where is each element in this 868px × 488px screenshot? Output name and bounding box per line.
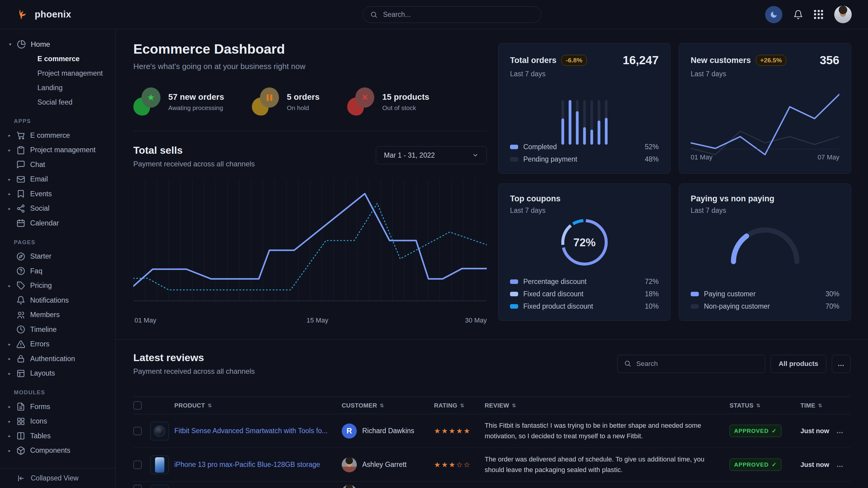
collapsed-view-toggle[interactable]: Collapsed View	[0, 468, 115, 488]
table-row[interactable]: Fitbit Sense Advanced Smartwatch with To…	[133, 414, 850, 448]
divider	[133, 131, 487, 131]
row-more-icon[interactable]: ...	[837, 461, 851, 469]
caret-right-icon: ▸	[8, 191, 16, 196]
sidebar-item[interactable]: ▸ Calendar	[0, 216, 115, 231]
top-navbar: phoenix	[0, 0, 868, 29]
sidebar-item-label: Faq	[30, 267, 42, 275]
table-row[interactable]: iPhone 13 pro max-Pacific Blue-128GB sto…	[133, 448, 850, 482]
review-time: Just now	[801, 427, 837, 435]
column-header-time[interactable]: TIME⇅	[801, 402, 837, 409]
moon-icon	[770, 10, 778, 19]
more-options-button[interactable]: ...	[832, 355, 850, 373]
customer-cell	[342, 485, 434, 488]
phoenix-logo-icon	[17, 8, 30, 21]
sidebar-item-label: Email	[30, 175, 48, 183]
user-avatar[interactable]	[834, 6, 852, 23]
caret-right-icon: ▸	[8, 148, 16, 153]
sidebar-item-label: Timeline	[30, 326, 57, 334]
top-coupons-card: Top coupons Last 7 days 72% Percentage d…	[498, 184, 671, 321]
brand-logo[interactable]: phoenix	[17, 8, 71, 21]
stat-new-orders: ★ 57 new orders Awating processing	[133, 88, 224, 116]
stat-value: 57 new orders	[168, 92, 224, 102]
sidebar-item[interactable]: ▸ Tables	[0, 429, 115, 444]
reviews-search-input[interactable]	[617, 355, 765, 373]
card-value: 16,247	[623, 54, 659, 67]
card-period: Last 7 days	[510, 206, 659, 215]
legend-swatch	[691, 292, 699, 296]
column-header-review[interactable]: REVIEW⇅	[485, 402, 730, 409]
table-row[interactable]: ✓	[133, 482, 850, 488]
sidebar-item[interactable]: ▸ Events	[0, 187, 115, 201]
global-search	[363, 6, 541, 23]
legend-row: Pending payment48%	[510, 153, 659, 165]
sidebar-item-label: Pricing	[30, 282, 52, 290]
sidebar-item-label: Notifications	[30, 296, 69, 304]
search-input[interactable]	[363, 6, 541, 23]
column-header-status[interactable]: STATUS⇅	[730, 402, 801, 409]
status-badge: APPROVED✓	[730, 425, 781, 437]
sidebar-section-apps: APPS ▸ E commerce ▸ Project management ▸…	[0, 118, 115, 231]
share-icon	[16, 204, 25, 213]
sidebar-item[interactable]: ▸ Forms	[0, 399, 115, 414]
sidebar-item-label: Home	[31, 40, 50, 48]
row-checkbox[interactable]	[133, 427, 142, 435]
total-sells-x-axis: 01 May 15 May 30 May	[133, 317, 487, 325]
sidebar-item[interactable]: ▸ Errors	[0, 337, 115, 352]
paying-gauge-chart[interactable]	[723, 220, 807, 266]
sidebar-item-label: Social	[30, 204, 50, 213]
sidebar-subitem[interactable]: Landing	[37, 80, 115, 95]
card-title: Total orders	[510, 56, 556, 65]
select-all-checkbox[interactable]	[133, 401, 142, 410]
sidebar-item[interactable]: ▸ Starter	[0, 249, 115, 264]
sidebar-item[interactable]: ▸ Notifications	[0, 293, 115, 308]
sidebar-item-home[interactable]: ▾ Home	[9, 37, 115, 52]
sidebar-item[interactable]: ▸ Members	[0, 308, 115, 323]
column-header-product[interactable]: PRODUCT⇅	[174, 402, 342, 409]
sidebar-item[interactable]: ▸ Icons	[0, 414, 115, 429]
card-period: Last 7 days	[691, 70, 839, 78]
sidebar-item[interactable]: ▸ E commerce	[0, 128, 115, 143]
column-header-customer[interactable]: CUSTOMER⇅	[342, 402, 434, 409]
sidebar-item[interactable]: ▸ Social	[0, 201, 115, 216]
legend-row: Percentage discount72%	[510, 275, 659, 288]
caret-right-icon: ▸	[8, 133, 16, 138]
sidebar-item[interactable]: ▸ Pricing	[0, 279, 115, 293]
sidebar-item[interactable]: ▸ Chat	[0, 157, 115, 172]
collapsed-view-label: Collapsed View	[31, 474, 79, 482]
product-link[interactable]: iPhone 13 pro max-Pacific Blue-128GB sto…	[174, 460, 342, 469]
date-range-select[interactable]: Mar 1 - 31, 2022	[376, 146, 487, 164]
alert-triangle-icon	[16, 340, 25, 349]
legend-row: Paying customer30%	[691, 288, 839, 300]
sidebar-item[interactable]: ▸ Timeline	[0, 322, 115, 337]
paying-vs-nonpaying-card: Paying vs non paying Last 7 days Paying …	[679, 184, 851, 321]
apps-grid-icon[interactable]	[814, 10, 824, 19]
caret-right-icon: ▸	[8, 448, 16, 453]
column-header-rating[interactable]: RATING⇅	[434, 402, 485, 409]
sidebar-subitem[interactable]: Social feed	[37, 95, 115, 109]
row-checkbox[interactable]	[133, 485, 142, 488]
legend-swatch	[691, 304, 699, 308]
sidebar-item[interactable]: ▸ Layouts	[0, 366, 115, 381]
svg-text:72%: 72%	[573, 236, 595, 249]
product-link[interactable]: Fitbit Sense Advanced Smartwatch with To…	[174, 426, 342, 435]
sidebar-subitem[interactable]: E commerce	[37, 52, 115, 66]
legend-row: Completed52%	[510, 141, 659, 153]
sidebar-item[interactable]: ▸ Project management	[0, 143, 115, 158]
row-checkbox[interactable]	[133, 461, 142, 469]
sidebar-item-label: Starter	[30, 252, 52, 260]
new-customers-x-axis: 01 May 07 May	[691, 149, 839, 161]
sidebar-item[interactable]: ▸ Components	[0, 444, 115, 458]
order-bar	[597, 100, 600, 145]
row-more-icon[interactable]: ...	[837, 427, 851, 435]
theme-toggle-button[interactable]	[765, 6, 782, 23]
stat-caption: On hold	[287, 104, 320, 111]
sidebar-item[interactable]: ▸ Faq	[0, 264, 115, 279]
sidebar-item[interactable]: ▸ Authentication	[0, 352, 115, 366]
total-sells-chart[interactable]	[133, 179, 487, 308]
all-products-button[interactable]: All products	[771, 355, 826, 373]
on-hold-icon	[252, 88, 279, 116]
sidebar-item[interactable]: ▸ Email	[0, 172, 115, 187]
sidebar-subitem[interactable]: Project management	[37, 66, 115, 80]
bell-icon[interactable]	[793, 10, 803, 20]
coupons-donut-chart[interactable]: 72%	[557, 215, 612, 269]
